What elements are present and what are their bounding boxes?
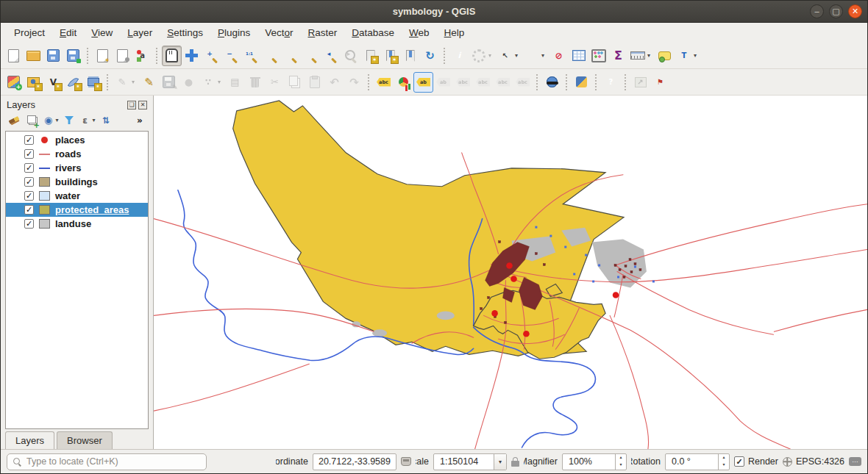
statistical-summary-button[interactable]: Σ: [608, 46, 628, 66]
open-attribute-table-button[interactable]: [569, 46, 588, 66]
data-source-manager-button[interactable]: [4, 72, 24, 93]
style-manager-button[interactable]: a: [132, 46, 152, 66]
panel-overflow-button[interactable]: »: [131, 112, 149, 128]
layer-labeling-options-button[interactable]: abc: [374, 72, 394, 93]
zoom-full-button[interactable]: [261, 46, 281, 66]
maximize-icon[interactable]: ▢: [829, 4, 843, 18]
menu-vector[interactable]: Vector: [257, 24, 300, 41]
new-virtual-layer-button[interactable]: [83, 72, 103, 93]
map-canvas[interactable]: [153, 96, 867, 449]
new-shapefile-layer-button[interactable]: V: [43, 72, 63, 93]
menu-raster[interactable]: Raster: [301, 24, 345, 41]
menu-web[interactable]: Web: [402, 24, 437, 41]
map-tips-button[interactable]: [655, 46, 675, 66]
layer-item-rivers[interactable]: ✓rivers: [6, 161, 148, 175]
add-group-button[interactable]: [24, 112, 41, 128]
metasearch-button[interactable]: [542, 72, 562, 93]
new-spatialite-layer-button[interactable]: [63, 72, 83, 93]
menu-view[interactable]: View: [84, 24, 120, 41]
rotation-spinner[interactable]: 0.0 °: [665, 453, 730, 470]
layer-item-water[interactable]: ✓water: [6, 189, 148, 203]
float-panel-icon[interactable]: ❏: [127, 101, 136, 109]
layer-item-landuse[interactable]: ✓landuse: [6, 217, 148, 231]
save-project-button[interactable]: [43, 46, 63, 66]
zoom-out-button[interactable]: −: [221, 46, 241, 66]
show-layout-manager-button[interactable]: [113, 46, 132, 66]
tab-browser[interactable]: Browser: [57, 431, 113, 449]
lock-scale-icon[interactable]: [511, 461, 519, 467]
layer-diagram-options-button[interactable]: [394, 72, 413, 93]
crs-indicator[interactable]: EPSG:4326: [783, 456, 844, 467]
python-console-button[interactable]: [572, 72, 591, 93]
coordinate-input[interactable]: 20.7122,-33.9589: [313, 453, 396, 470]
open-project-button[interactable]: [24, 46, 43, 66]
messages-icon[interactable]: [849, 457, 861, 466]
menu-database[interactable]: Database: [344, 24, 402, 41]
menu-edit[interactable]: Edit: [52, 24, 84, 41]
layer-item-buildings[interactable]: ✓buildings: [6, 175, 148, 189]
manage-map-themes-button[interactable]: ◉▾: [42, 112, 60, 128]
filter-legend-button[interactable]: [60, 112, 78, 128]
close-icon[interactable]: ✕: [848, 4, 862, 18]
new-spatial-bookmark-button[interactable]: [360, 46, 380, 66]
menu-help[interactable]: Help: [437, 24, 472, 41]
layer-checkbox[interactable]: ✓: [24, 219, 34, 229]
deselect-features-button[interactable]: ⊘: [549, 46, 569, 66]
delete-selected-icon: [248, 75, 263, 90]
bookmark-manager-button[interactable]: [400, 46, 420, 66]
layer-item-places[interactable]: ✓places: [6, 133, 148, 147]
scale-dropdown-icon[interactable]: [494, 454, 506, 470]
title-bar[interactable]: symbology - QGIS – ▢ ✕: [1, 1, 867, 23]
scale-combo[interactable]: 1:150104: [433, 453, 507, 470]
locate-search[interactable]: Type to locate (Ctrl+K): [7, 453, 207, 470]
magnifier-spinner[interactable]: 100%: [562, 453, 627, 470]
select-by-form-button[interactable]: ▾: [522, 46, 549, 66]
menu-layer[interactable]: Layer: [120, 24, 160, 41]
zoom-native-button[interactable]: 1:1: [241, 46, 261, 66]
save-project-as-button[interactable]: [63, 46, 83, 66]
new-print-layout-button[interactable]: [93, 46, 113, 66]
measure-button[interactable]: ▾: [628, 46, 655, 66]
help-contents-button[interactable]: ?: [601, 72, 621, 93]
field-calculator-button[interactable]: [588, 46, 608, 66]
tab-layers[interactable]: Layers: [5, 431, 54, 449]
layer-checkbox[interactable]: ✓: [24, 205, 34, 215]
osm-edit-button[interactable]: ⚑: [650, 72, 670, 93]
menu-settings[interactable]: Settings: [160, 24, 210, 41]
identify-features-button[interactable]: i: [449, 46, 469, 66]
new-geopackage-layer-button[interactable]: [24, 72, 43, 93]
layer-item-protected_areas[interactable]: ✓protected_areas: [6, 203, 148, 217]
extents-icon[interactable]: [401, 457, 411, 466]
spin-up-icon[interactable]: [616, 454, 626, 462]
pan-map-button[interactable]: [162, 46, 182, 66]
spin-up-icon[interactable]: [719, 454, 729, 462]
menu-plugins[interactable]: Plugins: [210, 24, 257, 41]
open-layer-styling-button[interactable]: [5, 112, 23, 128]
layer-checkbox[interactable]: ✓: [24, 135, 34, 145]
menu-project[interactable]: Project: [7, 24, 52, 41]
zoom-last-button[interactable]: ◂: [321, 46, 341, 66]
zoom-to-selection-button[interactable]: [281, 46, 301, 66]
zoom-in-button[interactable]: +: [202, 46, 221, 66]
minimize-icon[interactable]: –: [810, 4, 824, 18]
layer-checkbox[interactable]: ✓: [24, 163, 34, 173]
zoom-to-layer-button[interactable]: [301, 46, 321, 66]
layer-checkbox[interactable]: ✓: [24, 191, 34, 201]
layer-checkbox[interactable]: ✓: [24, 149, 34, 159]
new-project-button[interactable]: [4, 46, 24, 66]
spin-down-icon[interactable]: [719, 462, 729, 470]
layer-checkbox[interactable]: ✓: [24, 177, 34, 187]
toggle-editing-button[interactable]: ✎: [139, 72, 159, 93]
show-spatial-bookmarks-button[interactable]: [380, 46, 400, 66]
spin-down-icon[interactable]: [616, 462, 626, 470]
render-checkbox[interactable]: [734, 456, 744, 467]
select-features-button[interactable]: ↖▾: [496, 46, 522, 66]
close-panel-icon[interactable]: ✕: [138, 101, 147, 109]
expand-collapse-layers-button[interactable]: ⇅: [97, 112, 115, 128]
pin-labels-button[interactable]: ab: [413, 72, 433, 93]
text-annotation-button[interactable]: T▾: [675, 46, 701, 66]
layer-item-roads[interactable]: ✓roads: [6, 147, 148, 161]
filter-legend-expression-button[interactable]: ε▾: [79, 112, 96, 128]
refresh-button[interactable]: ↻: [420, 46, 440, 66]
pan-to-selection-button[interactable]: [182, 46, 202, 66]
